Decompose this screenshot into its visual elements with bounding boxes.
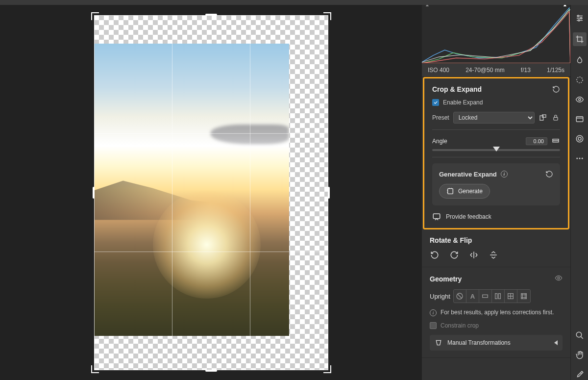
crop-panel-title: Crop & Expand	[432, 85, 482, 93]
svg-point-23	[576, 332, 582, 337]
healing-brush-icon[interactable]	[574, 55, 585, 66]
crop-handle-bottom-left[interactable]	[91, 365, 99, 373]
svg-point-12	[577, 15, 579, 17]
crop-handle-top[interactable]	[205, 14, 217, 16]
crop-handle-top-left[interactable]	[91, 12, 99, 20]
angle-slider[interactable]	[432, 149, 560, 151]
meta-lens: 24-70@50 mm	[466, 67, 505, 74]
zoom-icon[interactable]	[574, 330, 585, 341]
preset-label: Preset	[432, 114, 449, 121]
rotate-ccw-icon[interactable]	[430, 250, 440, 260]
visibility-icon[interactable]	[555, 274, 563, 283]
crop-expand-panel: Crop & Expand Enable Expand Preset Locke…	[423, 77, 569, 229]
crop-box[interactable]	[94, 15, 328, 370]
enable-expand-label: Enable Expand	[443, 99, 483, 106]
constrain-crop-label: Constrain crop	[441, 322, 479, 329]
flip-horizontal-icon[interactable]	[469, 250, 479, 260]
gen-reset-icon[interactable]	[545, 170, 553, 178]
svg-point-16	[578, 99, 581, 101]
generative-expand-box: Generative Expand i Generate	[432, 163, 560, 205]
svg-point-14	[578, 20, 580, 21]
crop-handle-top-right[interactable]	[323, 12, 331, 20]
redeye-icon[interactable]	[574, 94, 585, 105]
svg-rect-9	[495, 294, 497, 299]
reset-icon[interactable]	[552, 85, 560, 93]
feedback-link[interactable]: Provide feedback	[432, 212, 560, 221]
edit-sliders-icon[interactable]	[574, 13, 585, 24]
swap-orientation-icon[interactable]	[539, 113, 547, 122]
enable-expand-checkbox[interactable]	[432, 99, 439, 106]
upright-auto-icon[interactable]: A	[466, 290, 479, 303]
right-toolbar	[570, 0, 588, 380]
svg-point-18	[576, 135, 583, 142]
upright-off-icon[interactable]	[454, 290, 466, 303]
geometry-hint: i For best results, apply lens correctio…	[430, 309, 563, 316]
svg-point-15	[577, 77, 583, 83]
crop-handle-bottom-right[interactable]	[323, 365, 331, 373]
generate-button-label: Generate	[458, 188, 483, 195]
info-icon[interactable]: i	[501, 171, 508, 177]
flip-vertical-icon[interactable]	[489, 250, 498, 260]
geometry-title: Geometry	[430, 275, 462, 283]
canvas-area[interactable]	[0, 0, 422, 380]
geometry-panel: Geometry Upright A i For best result	[422, 267, 570, 358]
svg-rect-2	[554, 117, 558, 120]
manual-label: Manual Transformations	[447, 339, 511, 346]
rotate-flip-panel: Rotate & Flip	[422, 229, 570, 267]
app-root: ▲ ▲ ISO 400 24-70@50 mm f/13 1/125s Crop…	[0, 0, 588, 380]
svg-rect-4	[448, 189, 453, 194]
svg-point-6	[558, 277, 560, 279]
mask-icon[interactable]	[574, 75, 585, 85]
constrain-crop-checkbox[interactable]	[430, 322, 437, 329]
svg-point-22	[581, 158, 583, 159]
crop-handle-right[interactable]	[328, 187, 330, 199]
crop-handle-left[interactable]	[93, 187, 95, 199]
generative-title: Generative Expand	[439, 171, 497, 178]
generate-button[interactable]: Generate	[439, 184, 490, 199]
lock-icon[interactable]	[551, 113, 560, 122]
preset-select[interactable]: Locked	[453, 112, 535, 124]
upright-label: Upright	[430, 293, 450, 300]
hand-icon[interactable]	[574, 350, 585, 360]
svg-rect-10	[499, 294, 501, 299]
rotate-title: Rotate & Flip	[430, 236, 472, 244]
rotate-cw-icon[interactable]	[449, 250, 459, 260]
feedback-label: Provide feedback	[446, 213, 491, 220]
upright-vertical-icon[interactable]	[492, 290, 505, 303]
svg-rect-17	[576, 117, 583, 122]
angle-slider-thumb[interactable]	[493, 147, 500, 152]
crop-tool-icon[interactable]	[573, 32, 587, 46]
svg-rect-0	[540, 116, 543, 120]
svg-point-21	[579, 158, 580, 159]
svg-point-13	[580, 18, 582, 19]
upright-full-icon[interactable]	[505, 290, 517, 303]
more-icon[interactable]	[574, 153, 585, 164]
angle-value[interactable]: 0.00	[526, 137, 547, 145]
angle-label: Angle	[432, 138, 447, 145]
photo-metadata: ISO 400 24-70@50 mm f/13 1/125s	[422, 64, 570, 77]
lens-blur-icon[interactable]	[574, 133, 585, 144]
meta-iso: ISO 400	[428, 67, 449, 74]
meta-aperture: f/13	[521, 67, 531, 74]
svg-point-20	[576, 158, 578, 159]
app-topbar	[0, 0, 588, 5]
crop-border	[94, 15, 328, 370]
upright-guided-icon[interactable]	[517, 290, 530, 303]
color-sampler-icon[interactable]	[574, 369, 585, 380]
svg-rect-5	[433, 214, 440, 219]
manual-transformations-toggle[interactable]: Manual Transformations	[430, 335, 563, 351]
info-icon: i	[430, 309, 437, 316]
crop-handle-bottom[interactable]	[205, 370, 217, 372]
collapse-icon	[554, 340, 558, 345]
meta-shutter: 1/125s	[547, 67, 564, 74]
right-panel: ▲ ▲ ISO 400 24-70@50 mm f/13 1/125s Crop…	[422, 0, 570, 380]
upright-level-icon[interactable]	[479, 290, 492, 303]
histogram[interactable]: ▲ ▲	[422, 0, 570, 64]
geometry-hint-text: For best results, apply lens corrections…	[441, 309, 554, 316]
svg-point-19	[578, 137, 581, 140]
presets-icon[interactable]	[574, 114, 585, 125]
upright-buttons: A	[453, 289, 531, 303]
straighten-icon[interactable]	[551, 136, 560, 146]
svg-rect-8	[483, 295, 488, 297]
